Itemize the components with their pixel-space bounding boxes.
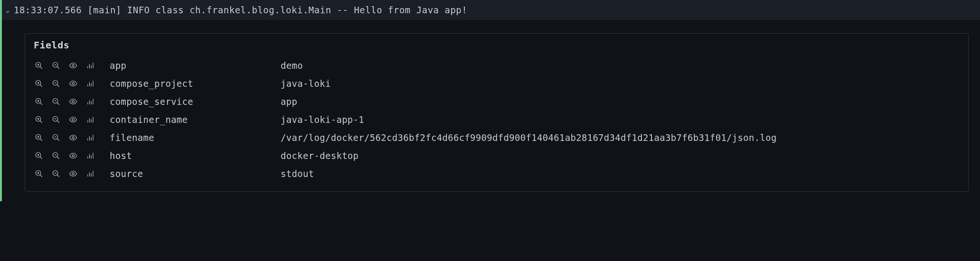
zoom-out-icon[interactable] [51,168,61,179]
zoom-out-icon[interactable] [51,114,61,125]
expand-toggle-icon[interactable]: ⌄ [6,6,10,14]
log-class-name: ch.frankel.blog.loki.Main [189,5,331,15]
log-separator: -- [337,5,349,15]
log-class-prefix: class [155,5,184,15]
field-icons [34,78,110,89]
svg-line-1 [40,66,42,69]
svg-line-53 [57,139,59,141]
field-key: filename [110,132,281,143]
field-row: compose_projectjava-loki [34,75,960,93]
svg-line-77 [57,175,59,177]
field-key: host [110,150,281,161]
field-value: docker-desktop [281,150,358,161]
zoom-in-icon[interactable] [34,78,44,89]
svg-point-55 [72,137,75,139]
stats-icon[interactable] [85,168,95,179]
fields-panel: Fields appdemocompose_projectjava-lokico… [25,33,969,192]
eye-icon[interactable] [68,78,78,89]
field-row: compose_serviceapp [34,93,960,111]
svg-point-79 [72,173,75,175]
eye-icon[interactable] [68,150,78,161]
eye-icon[interactable] [68,114,78,125]
field-icons [34,96,110,107]
stats-icon[interactable] [85,96,95,107]
field-value: java-loki [281,78,331,89]
zoom-in-icon[interactable] [34,168,44,179]
zoom-in-icon[interactable] [34,114,44,125]
svg-line-5 [57,66,59,69]
svg-line-73 [40,175,42,177]
field-icons [34,132,110,143]
field-value: stdout [281,168,314,179]
log-message: Hello from Java app! [354,5,467,15]
field-key: app [110,60,281,71]
field-icons [34,168,110,179]
svg-line-13 [40,84,42,87]
svg-line-17 [57,84,59,87]
svg-point-67 [72,155,75,157]
field-value: app [281,96,297,107]
zoom-out-icon[interactable] [51,150,61,161]
field-key: source [110,168,281,179]
stats-icon[interactable] [85,78,95,89]
zoom-out-icon[interactable] [51,60,61,71]
field-row: container_namejava-loki-app-1 [34,111,960,129]
field-icons [34,150,110,161]
log-level: INFO [127,5,150,15]
zoom-out-icon[interactable] [51,96,61,107]
eye-icon[interactable] [68,96,78,107]
field-icons [34,60,110,71]
stats-icon[interactable] [85,114,95,125]
field-key: container_name [110,114,281,125]
field-value: demo [281,60,303,71]
svg-point-7 [72,65,75,67]
svg-line-37 [40,121,42,123]
field-value: java-loki-app-1 [281,114,364,125]
svg-point-19 [72,83,75,85]
fields-title: Fields [34,39,960,51]
svg-point-31 [72,101,75,103]
field-row: sourcestdout [34,165,960,183]
zoom-in-icon[interactable] [34,150,44,161]
log-entry: ⌄ 18:33:07.566 [main] INFO class ch.fran… [0,0,980,201]
svg-point-43 [72,119,75,121]
log-content: ⌄ 18:33:07.566 [main] INFO class ch.fran… [2,0,980,201]
field-value: /var/log/docker/562cd36bf2fc4d66cf9909df… [281,132,777,143]
field-key: compose_project [110,78,281,89]
zoom-in-icon[interactable] [34,96,44,107]
svg-line-49 [40,139,42,141]
fields-rows: appdemocompose_projectjava-lokicompose_s… [34,56,960,183]
svg-line-25 [40,103,42,105]
svg-line-41 [57,121,59,123]
stats-icon[interactable] [85,150,95,161]
stats-icon[interactable] [85,60,95,71]
log-timestamp: 18:33:07.566 [14,5,82,15]
field-row: appdemo [34,56,960,75]
svg-line-65 [57,157,59,159]
zoom-in-icon[interactable] [34,60,44,71]
field-row: filename/var/log/docker/562cd36bf2fc4d66… [34,129,960,147]
field-row: hostdocker-desktop [34,147,960,165]
eye-icon[interactable] [68,168,78,179]
field-icons [34,114,110,125]
field-key: compose_service [110,96,281,107]
zoom-in-icon[interactable] [34,132,44,143]
svg-line-29 [57,103,59,105]
log-thread: [main] [87,5,122,15]
svg-line-61 [40,157,42,159]
eye-icon[interactable] [68,60,78,71]
zoom-out-icon[interactable] [51,78,61,89]
stats-icon[interactable] [85,132,95,143]
log-header[interactable]: ⌄ 18:33:07.566 [main] INFO class ch.fran… [2,0,980,20]
zoom-out-icon[interactable] [51,132,61,143]
eye-icon[interactable] [68,132,78,143]
